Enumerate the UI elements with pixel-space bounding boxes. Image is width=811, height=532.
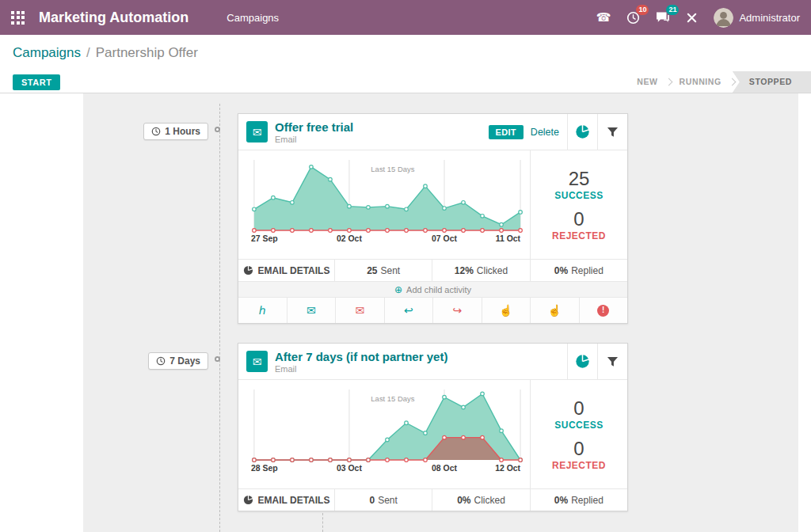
- delete-button[interactable]: Delete: [531, 127, 559, 138]
- svg-text:Last 15 Days: Last 15 Days: [371, 165, 414, 173]
- pie-chart-icon: [243, 495, 253, 505]
- messages-icon[interactable]: 21: [656, 11, 670, 24]
- svg-text:27 Sep: 27 Sep: [251, 234, 278, 243]
- rejected-label: REJECTED: [552, 230, 606, 241]
- app-title[interactable]: Marketing Automation: [39, 10, 188, 26]
- success-count: 0: [573, 397, 584, 420]
- replied-stat: 0%Replied: [530, 489, 627, 511]
- success-label: SUCCESS: [554, 420, 603, 431]
- svg-text:03 Oct: 03 Oct: [337, 464, 362, 473]
- replied-stat: 0%Replied: [530, 260, 627, 281]
- activity-type-label: Email: [275, 135, 489, 144]
- envelope-open-icon[interactable]: ✉: [287, 298, 336, 323]
- status-pipeline: NEW RUNNING STOPPED: [626, 71, 811, 93]
- activity-stats-chart: Last 15 Days27 Sep02 Oct07 Oct11 Oct: [238, 150, 530, 259]
- message-count-badge: 21: [666, 5, 679, 15]
- phone-icon[interactable]: ☎: [596, 10, 611, 25]
- add-child-activity-button[interactable]: ⊕ Add child activity: [238, 281, 627, 297]
- trigger-interval-badge[interactable]: 1 Hours: [143, 123, 208, 140]
- clock-icon: [151, 127, 161, 136]
- trigger-interval-badge[interactable]: 7 Days: [148, 352, 208, 370]
- success-count: 25: [569, 168, 590, 190]
- email-details-button[interactable]: EMAIL DETAILS: [238, 489, 334, 511]
- page-title: Partnership Offer: [96, 45, 198, 61]
- activity-card-footer: EMAIL DETAILS 25Sent 12%Clicked 0%Replie…: [238, 259, 627, 281]
- status-stopped[interactable]: STOPPED: [733, 71, 811, 93]
- edit-button[interactable]: EDIT: [489, 125, 524, 139]
- svg-text:11 Oct: 11 Oct: [496, 234, 521, 243]
- status-new[interactable]: NEW: [626, 71, 668, 93]
- trigger-interval-label: 7 Days: [169, 355, 200, 367]
- filter-button[interactable]: [597, 114, 627, 150]
- child-timeline-stub: [322, 513, 323, 532]
- pie-chart-icon: [575, 354, 590, 369]
- svg-text:07 Oct: 07 Oct: [432, 234, 457, 243]
- status-running[interactable]: RUNNING: [669, 71, 732, 93]
- clicked-stat: 0%Clicked: [432, 489, 529, 511]
- user-menu[interactable]: Administrator: [714, 8, 800, 28]
- email-activity-icon: ✉: [246, 351, 268, 372]
- not-replied-icon[interactable]: ↪: [432, 298, 482, 323]
- activity-card: ✉ Offer free trial Email EDIT Delete: [238, 113, 628, 324]
- svg-text:02 Oct: 02 Oct: [337, 234, 362, 243]
- clicked-icon[interactable]: ☝: [482, 298, 531, 323]
- activity-card: ✉ After 7 days (if not partner yet) Emai…: [238, 343, 628, 511]
- email-details-button[interactable]: EMAIL DETAILS: [238, 260, 334, 281]
- pie-chart-icon: [243, 265, 253, 276]
- svg-text:Last 15 Days: Last 15 Days: [371, 394, 414, 403]
- activities-clock-icon[interactable]: 10: [626, 11, 640, 25]
- tools-icon[interactable]: [686, 12, 698, 24]
- activity-card-footer: EMAIL DETAILS 0Sent 0%Clicked 0%Replied: [238, 488, 627, 511]
- activity-card-header: ✉ After 7 days (if not partner yet) Emai…: [238, 344, 627, 380]
- campaign-canvas: 1 Hours ✉ Offer free trial Email EDIT De…: [83, 93, 798, 532]
- activity-kpi-panel: 0 SUCCESS 0 REJECTED: [530, 380, 627, 488]
- breadcrumb: Campaigns / Partnership Offer: [0, 35, 811, 71]
- rejected-label: REJECTED: [552, 460, 606, 471]
- graph-toggle-button[interactable]: [567, 344, 597, 379]
- sitemap-icon[interactable]: ℎ: [238, 298, 287, 323]
- rejected-count: 0: [573, 438, 584, 460]
- user-name: Administrator: [739, 12, 800, 24]
- activity-stats-chart: Last 15 Days28 Sep03 Oct08 Oct12 Oct: [238, 380, 530, 488]
- activity-card-body: Last 15 Days28 Sep03 Oct08 Oct12 Oct 0 S…: [238, 380, 627, 488]
- sent-stat: 0Sent: [334, 489, 432, 511]
- campaign-timeline: [219, 104, 220, 532]
- activity-count-badge: 10: [636, 5, 649, 15]
- apps-menu-icon[interactable]: [11, 11, 25, 25]
- email-activity-icon: ✉: [246, 121, 268, 142]
- svg-text:08 Oct: 08 Oct: [432, 464, 457, 473]
- envelope-closed-icon[interactable]: ✉: [335, 298, 384, 323]
- activity-title[interactable]: Offer free trial: [275, 120, 489, 134]
- content-area: 1 Hours ✉ Offer free trial Email EDIT De…: [0, 93, 811, 532]
- svg-text:28 Sep: 28 Sep: [251, 464, 278, 473]
- pie-chart-icon: [575, 124, 590, 139]
- bounced-icon[interactable]: !: [579, 298, 628, 323]
- child-activity-trigger-row: ℎ✉✉↩↪☝☝!: [238, 297, 627, 323]
- breadcrumb-separator: /: [86, 45, 90, 61]
- activity-kpi-panel: 25 SUCCESS 0 REJECTED: [530, 150, 627, 259]
- filter-funnel-icon: [607, 127, 619, 138]
- plus-circle-icon: ⊕: [394, 285, 402, 294]
- not-clicked-icon[interactable]: ☝: [530, 298, 579, 323]
- sent-stat: 25Sent: [334, 260, 432, 281]
- avatar: [714, 8, 733, 28]
- timeline-connector-dot: [215, 356, 220, 362]
- activity-card-body: Last 15 Days27 Sep02 Oct07 Oct11 Oct 25 …: [238, 150, 627, 259]
- top-navbar: Marketing Automation Campaigns ☎ 10 21: [0, 0, 811, 35]
- graph-toggle-button[interactable]: [567, 114, 597, 150]
- svg-text:12 Oct: 12 Oct: [495, 464, 520, 473]
- trigger-interval-label: 1 Hours: [165, 126, 200, 137]
- activity-card-header: ✉ Offer free trial Email EDIT Delete: [238, 114, 627, 150]
- reply-icon[interactable]: ↩: [384, 298, 433, 323]
- menu-campaigns[interactable]: Campaigns: [227, 12, 279, 24]
- clock-icon: [156, 356, 166, 366]
- activity-title[interactable]: After 7 days (if not partner yet): [275, 350, 567, 363]
- breadcrumb-campaigns[interactable]: Campaigns: [13, 45, 81, 61]
- clicked-stat: 12%Clicked: [432, 260, 529, 281]
- timeline-connector-dot: [215, 127, 220, 132]
- control-toolbar: START NEW RUNNING STOPPED: [0, 71, 811, 93]
- start-button[interactable]: START: [13, 74, 60, 90]
- filter-funnel-icon: [607, 356, 619, 367]
- success-label: SUCCESS: [554, 190, 603, 201]
- filter-button[interactable]: [597, 344, 627, 379]
